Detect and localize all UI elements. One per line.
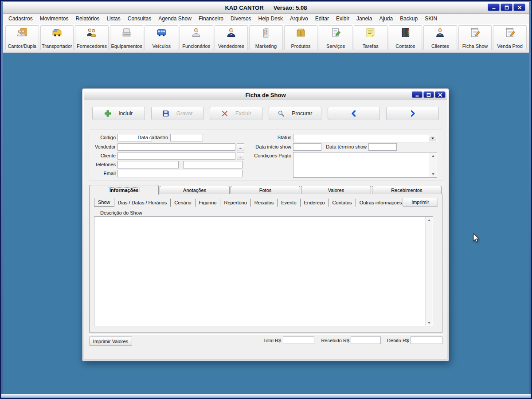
menu-item-consultas[interactable]: Consultas [124, 15, 155, 23]
telefone1-input[interactable] [117, 161, 179, 168]
subtab-contatos[interactable]: Contatos [329, 199, 356, 207]
delete-x-icon [221, 110, 228, 117]
scroll-down-icon[interactable] [430, 171, 436, 177]
window-control-close[interactable] [513, 4, 525, 11]
tab-fotos[interactable]: Fotos [231, 186, 300, 194]
subtab-repertorio[interactable]: Repertório [220, 199, 250, 207]
toolbar-button-label: Produtos [291, 43, 311, 49]
sub-tab-bar: Show Dias / Datas / Horários Cenário [94, 198, 406, 207]
menu-item-cadastros[interactable]: Cadastros [5, 15, 36, 23]
action-button-incluir[interactable]: Incluir [92, 107, 145, 120]
cliente-lookup-button[interactable]: ... [237, 152, 244, 160]
action-button-next-record[interactable] [386, 107, 439, 120]
data-cadastro-input[interactable] [170, 134, 203, 141]
toolbar-button-tarefas[interactable]: Tarefas [354, 25, 387, 50]
menu-item-label: Janela [356, 16, 372, 22]
tab-informacoes[interactable]: Informações [89, 185, 159, 195]
subtab-outras-informacoes[interactable]: Outras informações [356, 199, 406, 207]
menu-item-movimentos[interactable]: Movimentos [36, 15, 72, 23]
menu-item-diversos[interactable]: Diversos [227, 15, 255, 23]
status-select[interactable] [293, 134, 437, 142]
subtab-figurino[interactable]: Figurino [196, 199, 221, 207]
client-person-icon [434, 27, 446, 38]
action-button-procurar[interactable]: Procurar [269, 107, 321, 120]
toolbar-button-servicos[interactable]: Serviços [319, 25, 352, 50]
toolbar-button-transportador[interactable]: Transportador [40, 25, 74, 50]
dialog-title: Ficha de Show [84, 90, 447, 100]
subtab-label: Cenário [174, 200, 192, 205]
menu-item-exibir[interactable]: Exibir [332, 15, 353, 23]
toolbar-button-produtos[interactable]: Produtos [284, 25, 318, 50]
action-button-excluir[interactable]: Excluir [210, 107, 262, 120]
menu-item-skin[interactable]: SKIN [421, 15, 441, 23]
condicoes-pagto-textarea[interactable] [293, 152, 437, 178]
subtab-recados[interactable]: Recados [251, 199, 278, 207]
menu-item-janela[interactable]: Janela [353, 15, 376, 23]
imprimir-valores-button[interactable]: Imprimir Valores [89, 336, 132, 346]
menu-item-arquivo[interactable]: Arquivo [286, 15, 312, 23]
action-button-gravar[interactable]: Gravar [151, 107, 204, 120]
scroll-up-icon[interactable] [426, 217, 432, 223]
vendedor-input[interactable] [117, 143, 235, 151]
data-termino-show-input[interactable] [368, 143, 397, 151]
recebido-input[interactable] [351, 336, 381, 344]
cliente-input[interactable] [117, 152, 235, 160]
toolbar-button-veiculos[interactable]: Veículos [145, 25, 178, 50]
arrow-right-icon [409, 110, 416, 117]
menu-item-relatorios[interactable]: Relatórios [72, 15, 103, 23]
toolbar-button-contatos[interactable]: Contatos [389, 25, 422, 50]
menu-item-label: Diversos [231, 16, 251, 22]
descricao-scrollbar[interactable] [425, 217, 432, 325]
email-input[interactable] [117, 170, 243, 177]
imprimir-button[interactable]: Imprimir [403, 198, 438, 207]
toolbar-button-cantor-dupla[interactable]: Cantor/Dupla [5, 25, 39, 50]
subtab-evento[interactable]: Evento [278, 199, 300, 207]
menu-item-label: Cadastros [8, 16, 33, 22]
condicoes-scrollbar[interactable] [430, 153, 436, 177]
toolbar-button-equipamentos[interactable]: Equipamentos [110, 25, 144, 50]
toolbar-button-ficha-show[interactable]: Ficha Show [458, 25, 492, 50]
menu-item-financeiro[interactable]: Financeiro [195, 15, 227, 23]
toolbar-button-marketing[interactable]: Marketing [249, 25, 283, 50]
subtab-endereco[interactable]: Endereço [301, 199, 329, 207]
menu-item-backup[interactable]: Backup [396, 15, 421, 23]
action-button-previous-record[interactable] [328, 107, 380, 120]
toolbar-button-fornecedores[interactable]: Fornecedores [75, 25, 109, 50]
menu-item-ajuda[interactable]: Ajuda [376, 15, 396, 23]
descricao-do-show-textarea[interactable] [94, 216, 433, 326]
tab-recebimentos[interactable]: Recebimentos [372, 186, 442, 194]
menu-item-label: Ajuda [379, 16, 393, 22]
tab-valores[interactable]: Valores [301, 186, 371, 194]
dialog-control-maximize[interactable] [423, 91, 434, 98]
subtab-cenario[interactable]: Cenário [171, 199, 196, 207]
toolbar-button-vendedores[interactable]: Vendedores [215, 25, 248, 50]
menu-item-agenda-show[interactable]: Agenda Show [155, 15, 195, 23]
bus-icon [156, 27, 167, 38]
toolbar-button-clientes[interactable]: Clientes [423, 25, 457, 50]
dialog-control-close[interactable] [435, 91, 446, 98]
toolbar-button-label: Equipamentos [111, 43, 142, 49]
menu-item-listas[interactable]: Listas [103, 15, 124, 23]
scroll-up-icon[interactable] [430, 153, 436, 159]
mdi-workspace: Ficha de Show [3, 53, 529, 394]
menu-item-editar[interactable]: Editar [312, 15, 332, 23]
vendedor-lookup-button[interactable]: ... [237, 143, 244, 151]
tab-anotacoes[interactable]: Anotações [160, 186, 229, 194]
toolbar-button-funcionarios[interactable]: Funcionários [180, 25, 213, 50]
arrow-left-icon [350, 110, 357, 117]
subtab-show[interactable]: Show [94, 198, 114, 207]
descricao-do-show-text [96, 218, 425, 325]
total-input[interactable] [283, 336, 314, 344]
dialog-control-minimize[interactable] [412, 91, 422, 98]
window-control-maximize[interactable] [501, 4, 512, 11]
scroll-down-icon[interactable] [426, 320, 432, 325]
subtab-dias-datas-horarios[interactable]: Dias / Datas / Horários [114, 199, 171, 207]
toolbar-button-venda-prod[interactable]: Venda Prod [493, 25, 527, 50]
window-control-minimize[interactable] [488, 4, 500, 11]
data-inicio-show-input[interactable] [293, 143, 321, 151]
window-frame-bottom [1, 394, 531, 398]
menu-item-help-desk[interactable]: Help Desk [255, 15, 286, 23]
dropdown-arrow-icon[interactable] [429, 135, 436, 141]
telefone2-input[interactable] [183, 161, 243, 168]
debito-input[interactable] [411, 336, 442, 344]
